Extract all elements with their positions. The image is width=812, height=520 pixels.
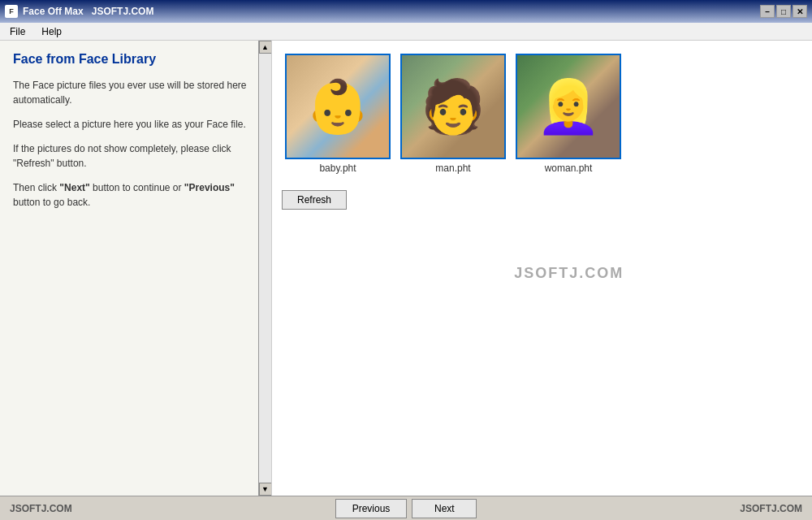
refresh-row: Refresh	[282, 177, 802, 216]
maximize-button[interactable]: □	[776, 5, 791, 18]
face-label-woman: woman.pht	[545, 162, 593, 174]
title-logo: JSOFTJ.COM	[92, 6, 154, 17]
face-item-woman[interactable]: woman.pht	[516, 54, 621, 174]
navigation-buttons: Previous Next	[335, 499, 477, 518]
previous-button[interactable]: Previous	[335, 499, 408, 518]
right-panel: baby.pht man.pht woman.pht JSOFTJ.COM Re…	[272, 41, 812, 496]
panel-description: The Face picture files you ever use will…	[13, 78, 258, 219]
baby-image	[287, 55, 389, 158]
scrollbar[interactable]: ▲ ▼	[258, 41, 271, 496]
desc-auto-store: The Face picture files you ever use will…	[13, 78, 258, 107]
footer-logo-left: JSOFTJ.COM	[10, 503, 72, 514]
face-item-man[interactable]: man.pht	[400, 54, 506, 174]
face-item-baby[interactable]: baby.pht	[285, 54, 391, 174]
desc-nav: Then click "Next" button to continue or …	[13, 180, 258, 210]
window-title: Face Off Max	[23, 6, 84, 17]
title-bar-left: F Face Off Max JSOFTJ.COM	[5, 5, 153, 18]
scroll-up-button[interactable]: ▲	[259, 41, 272, 54]
face-photo-baby[interactable]	[285, 54, 391, 159]
panel-title: Face from Face Library	[13, 52, 258, 67]
app-icon: F	[5, 5, 18, 18]
menu-bar: File Help	[0, 23, 812, 41]
window-controls: – □ ✕	[760, 5, 807, 18]
main-content: Face from Face Library The Face picture …	[0, 41, 812, 496]
next-button[interactable]: Next	[412, 499, 477, 518]
face-gallery: baby.pht man.pht woman.pht	[282, 50, 802, 177]
man-image	[402, 55, 504, 158]
woman-image	[517, 55, 620, 158]
face-label-man: man.pht	[435, 162, 470, 174]
left-panel: Face from Face Library The Face picture …	[0, 41, 272, 496]
watermark: JSOFTJ.COM	[514, 265, 624, 282]
menu-file[interactable]: File	[3, 24, 32, 39]
menu-help[interactable]: Help	[35, 24, 68, 39]
desc-refresh: If the pictures do not show completely, …	[13, 141, 258, 171]
footer: JSOFTJ.COM Previous Next JSOFTJ.COM	[0, 496, 812, 520]
footer-logo-right: JSOFTJ.COM	[740, 503, 802, 514]
face-photo-man[interactable]	[400, 54, 506, 159]
scroll-down-button[interactable]: ▼	[259, 483, 272, 496]
face-label-baby: baby.pht	[319, 162, 356, 174]
minimize-button[interactable]: –	[760, 5, 775, 18]
refresh-button[interactable]: Refresh	[282, 190, 347, 210]
desc-select: Please select a picture here you like as…	[13, 117, 258, 132]
face-photo-woman[interactable]	[516, 54, 621, 159]
close-button[interactable]: ✕	[793, 5, 807, 18]
scroll-track[interactable]	[259, 54, 271, 483]
title-bar: F Face Off Max JSOFTJ.COM – □ ✕	[0, 0, 812, 23]
